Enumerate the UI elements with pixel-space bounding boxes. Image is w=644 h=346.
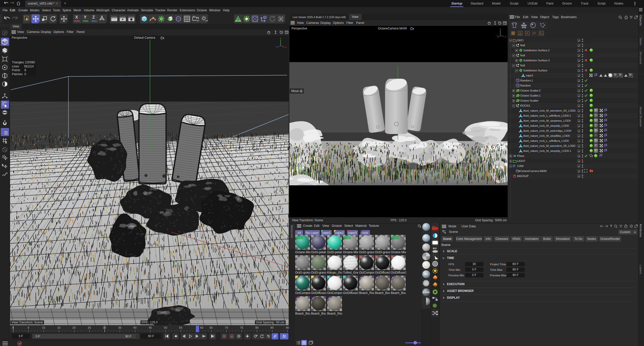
svg-text:A: A (231, 335, 233, 338)
svg-text:X: X (505, 35, 506, 38)
svg-text:Z: Z (497, 35, 498, 37)
svg-text:A: A (283, 334, 284, 337)
svg-text:IES: IES (433, 247, 437, 250)
svg-text:Y: Y (500, 28, 501, 30)
